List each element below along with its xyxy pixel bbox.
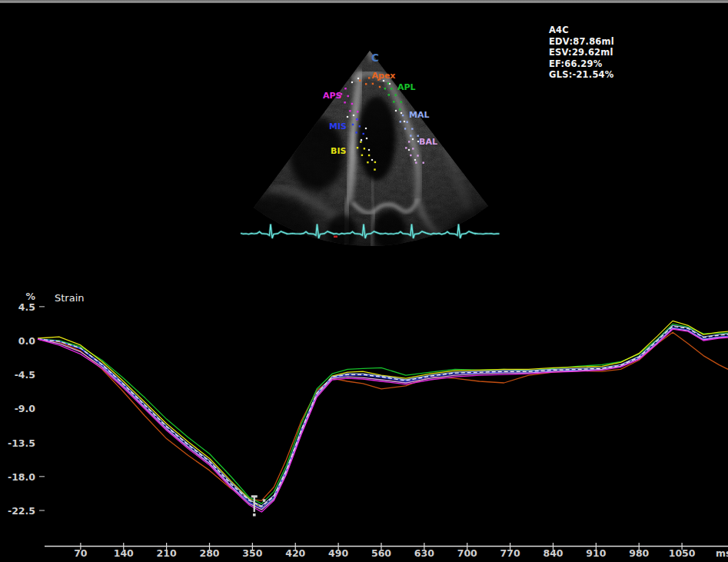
y-tick-label: 0.0 — [18, 335, 35, 347]
gls-value: GLS:-21.54% — [549, 69, 614, 81]
segment-label-apl: APL — [397, 82, 416, 92]
x-tick-label: 700 — [457, 547, 477, 559]
y-tick-label: -18.0 — [8, 471, 35, 483]
y-tick-label: -13.5 — [8, 437, 35, 449]
ecg-frame-marker — [334, 236, 337, 238]
x-tick-label: 770 — [500, 547, 520, 559]
x-axis-unit: ms — [716, 547, 728, 559]
y-axis: 4.50.0-4.5-9.0-13.5-18.0-22.5%Strain — [8, 291, 85, 517]
x-tick-label: 70 — [74, 547, 88, 559]
x-tick-label: 280 — [199, 547, 219, 559]
segment-label-bal: BAL — [419, 137, 437, 147]
x-tick-label: 210 — [157, 547, 177, 559]
strain-curve-avg — [38, 326, 728, 507]
cardiac-chambers — [231, 96, 515, 269]
x-tick-label: 910 — [586, 547, 606, 559]
x-tick-label: 350 — [242, 547, 262, 559]
strain-curve-aps — [38, 329, 728, 512]
boundary-dots — [347, 78, 419, 161]
segment-labels: ApexAPSMISBISAPLMALBALC — [323, 52, 437, 156]
echocardiography-screen: A4C EDV:87.86ml ESV:29.62ml EF:66.29% GL… — [0, 0, 728, 562]
strain-curve-bal — [38, 328, 728, 510]
echo-sector — [231, 46, 515, 269]
segment-label-aps: APS — [323, 91, 342, 101]
y-axis-unit: % — [25, 291, 35, 302]
myocardial-walls — [273, 49, 473, 258]
x-tick-label: 840 — [543, 547, 563, 559]
view-marker-label: C — [371, 52, 379, 64]
esv-value: ESV:29.62ml — [549, 47, 614, 58]
x-tick-label: 980 — [629, 547, 649, 559]
segment-label-mal: MAL — [409, 110, 429, 120]
measurements-panel: A4C EDV:87.86ml ESV:29.62ml EF:66.29% GL… — [549, 25, 614, 81]
strain-curve-apex — [38, 332, 728, 500]
x-axis: 7014021028035042049056063070077084091098… — [45, 543, 728, 559]
ef-value: EF:66.29% — [549, 58, 614, 70]
window-top-edge — [0, 0, 728, 3]
segment-label-apex: Apex — [372, 71, 396, 81]
y-tick-label: 4.5 — [18, 301, 35, 313]
x-tick-label: 560 — [371, 547, 391, 559]
ecg-trace — [241, 224, 500, 239]
y-tick-label: -4.5 — [15, 369, 35, 381]
y-tick-label: -9.0 — [15, 403, 36, 414]
strain-curve-mal — [38, 325, 728, 506]
strain-curve-bis — [38, 321, 728, 508]
segment-label-mis: MIS — [329, 121, 347, 131]
x-tick-label: 420 — [285, 547, 305, 559]
x-tick-label: 1050 — [669, 547, 696, 559]
strain-curve-mis — [38, 328, 728, 508]
tracking-dots — [341, 77, 424, 171]
es-marker — [251, 495, 266, 516]
edv-value: EDV:87.86ml — [549, 36, 614, 48]
y-tick-label: -22.5 — [8, 505, 35, 517]
ultrasound-view: ApexAPSMISBISAPLMALBALC — [231, 46, 515, 269]
x-tick-label: 630 — [414, 547, 434, 559]
x-tick-label: 490 — [328, 547, 348, 559]
chart-title: Strain — [55, 292, 85, 304]
strain-curve-apl — [38, 324, 728, 504]
view-label: A4C — [549, 25, 614, 36]
segment-label-bis: BIS — [331, 146, 346, 156]
strain-curves — [38, 321, 728, 512]
x-tick-label: 140 — [114, 547, 134, 559]
